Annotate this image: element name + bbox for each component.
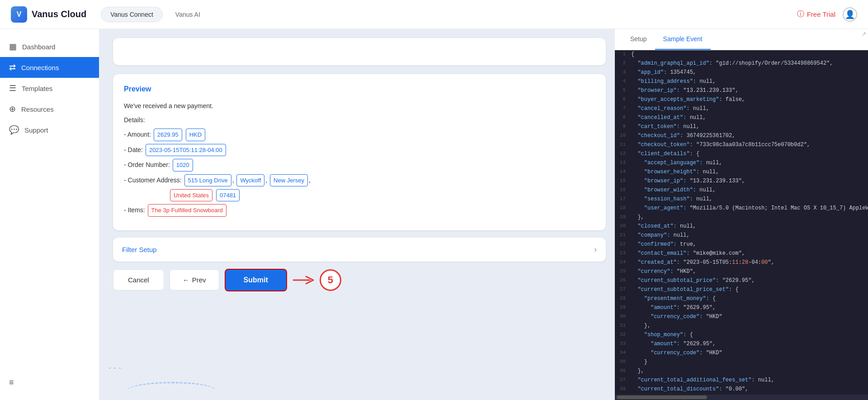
free-trial-button[interactable]: ⓘ Free Trial bbox=[797, 10, 835, 19]
line-content: "admin_graphql_api_id": "gid://shopify/O… bbox=[631, 59, 833, 68]
preview-title: Preview bbox=[124, 85, 595, 93]
line-number: 1 bbox=[615, 50, 631, 59]
preview-line-items: - Items: The 3p Fulfilled Snowboard bbox=[124, 204, 595, 216]
code-line: 11 "checkout_token": "733c98c3aa03a7c8b1… bbox=[615, 141, 868, 150]
preview-line-amount: - Amount: 2629.95 HKD bbox=[124, 129, 595, 141]
code-body[interactable]: 1{2 "admin_graphql_api_id": "gid://shopi… bbox=[615, 50, 868, 395]
line-number: 30 bbox=[615, 313, 631, 322]
vanus-ai-button[interactable]: Vanus AI bbox=[166, 7, 209, 22]
code-line: 13 "accept_language": null, bbox=[615, 159, 868, 168]
menu-icon: ≡ bbox=[9, 378, 14, 387]
preview-line-intro1: We've received a new payment. bbox=[124, 100, 595, 112]
code-line: 20 "closed_at": null, bbox=[615, 222, 868, 231]
sidebar-item-connections[interactable]: ⇄ Connections bbox=[0, 57, 99, 78]
line-content: "session_hash": null, bbox=[631, 195, 712, 204]
line-content: "currency_code": "HKD" bbox=[631, 313, 722, 322]
line-number: 39 bbox=[615, 394, 631, 395]
line-number: 33 bbox=[615, 340, 631, 349]
items-label: - Items: bbox=[124, 206, 145, 214]
line-content: "browser_ip": "13.231.239.133", bbox=[631, 86, 739, 95]
line-content: "created_at": "2023-05-15T05:11:28-04:00… bbox=[631, 258, 774, 267]
submit-button[interactable]: Submit bbox=[225, 269, 287, 291]
line-number: 24 bbox=[615, 258, 631, 267]
line-content: "currency": "HKD", bbox=[631, 267, 696, 276]
order-token: 1020 bbox=[173, 159, 193, 171]
amount-label: - Amount: bbox=[124, 131, 151, 138]
line-content: { bbox=[631, 50, 634, 59]
line-number: 6 bbox=[615, 95, 631, 105]
right-panel: Setup Sample Event 1{2 "admin_graphql_ap… bbox=[615, 29, 868, 400]
main-content: ↗ Preview We've received a new payment. … bbox=[99, 29, 868, 400]
amount-token: 2629.95 bbox=[154, 129, 182, 141]
code-line: 38 "current_total_discounts": "0.00", bbox=[615, 385, 868, 394]
line-content: "cancelled_at": null, bbox=[631, 114, 706, 123]
items-token: The 3p Fulfilled Snowboard bbox=[148, 204, 226, 216]
prev-button[interactable]: ← Prev bbox=[170, 269, 219, 290]
preview-line-address: - Customer Address: 515 Long Drive, Wyck… bbox=[124, 174, 595, 186]
preview-line-order: - Order Number: 1020 bbox=[124, 159, 595, 171]
line-number: 21 bbox=[615, 231, 631, 240]
code-line: 6 "buyer_accepts_marketing": false, bbox=[615, 95, 868, 105]
decorative-dashes: - - - bbox=[108, 363, 121, 373]
address-token-3: New Jersey bbox=[270, 174, 308, 186]
code-line: 12 "client_details": { bbox=[615, 150, 868, 159]
tab-setup[interactable]: Setup bbox=[622, 29, 655, 50]
step-badge: 5 bbox=[320, 269, 341, 291]
user-avatar[interactable]: 👤 bbox=[843, 7, 857, 22]
line-number: 15 bbox=[615, 177, 631, 186]
line-number: 11 bbox=[615, 141, 631, 150]
code-line: 32 "shop_money": { bbox=[615, 331, 868, 340]
line-number: 25 bbox=[615, 267, 631, 276]
preview-line-address2: United States 07481 bbox=[124, 189, 595, 201]
vanus-connect-button[interactable]: Vanus Connect bbox=[101, 7, 163, 22]
line-number: 4 bbox=[615, 77, 631, 86]
line-number: 31 bbox=[615, 322, 631, 331]
code-line: 24 "created_at": "2023-05-15T05:11:28-04… bbox=[615, 258, 868, 267]
brand-logo[interactable]: V Vanus Cloud bbox=[11, 6, 86, 23]
code-line: 3 "app_id": 1354745, bbox=[615, 68, 868, 77]
line-content: }, bbox=[631, 367, 644, 376]
code-line: 26 "current_subtotal_price": "2629.95", bbox=[615, 276, 868, 286]
line-content: "current_total_additional_fees_set": nul… bbox=[631, 376, 774, 385]
filter-setup-card[interactable]: Filter Setup › bbox=[113, 238, 606, 262]
line-content: "presentment_money": { bbox=[631, 295, 716, 304]
sidebar-item-resources[interactable]: ⊕ Resources bbox=[0, 99, 99, 119]
code-line: 29 "amount": "2629.95", bbox=[615, 304, 868, 313]
line-content: "client_details": { bbox=[631, 150, 699, 159]
sidebar-item-label: Resources bbox=[21, 105, 54, 113]
sidebar-item-templates[interactable]: ☰ Templates bbox=[0, 78, 99, 99]
line-content: "checkout_id": 36749225361702, bbox=[631, 132, 735, 141]
sidebar-item-label: Connections bbox=[21, 64, 59, 71]
cancel-button[interactable]: Cancel bbox=[113, 269, 164, 290]
line-number: 17 bbox=[615, 195, 631, 204]
line-number: 19 bbox=[615, 213, 631, 222]
horizontal-scrollbar[interactable] bbox=[615, 395, 868, 400]
line-content: "current_subtotal_price": "2629.95", bbox=[631, 276, 755, 286]
decorative-curve bbox=[127, 382, 217, 400]
line-number: 9 bbox=[615, 123, 631, 132]
code-line: 18 "user_agent": "Mozilla/5.0 (Macintosh… bbox=[615, 204, 868, 213]
line-content: "closed_at": null, bbox=[631, 222, 696, 231]
code-line: 4 "billing_address": null, bbox=[615, 77, 868, 86]
code-line: 23 "contact_email": "mike@mike.com", bbox=[615, 249, 868, 258]
tab-sample-event[interactable]: Sample Event bbox=[655, 29, 711, 50]
line-number: 13 bbox=[615, 159, 631, 168]
order-label: - Order Number: bbox=[124, 161, 170, 168]
code-line: 10 "checkout_id": 36749225361702, bbox=[615, 132, 868, 141]
sidebar-item-support[interactable]: 💬 Support bbox=[0, 119, 99, 140]
bottom-bar: Cancel ← Prev Submit 5 bbox=[113, 269, 606, 295]
sidebar-item-menu[interactable]: ≡ bbox=[0, 372, 99, 393]
code-line: 9 "cart_token": null, bbox=[615, 123, 868, 132]
code-line: 34 "currency_code": "HKD" bbox=[615, 349, 868, 358]
code-line: 14 "browser_height": null, bbox=[615, 168, 868, 177]
address-token-2: Wyckoff bbox=[236, 174, 264, 186]
preview-body: We've received a new payment. Details: -… bbox=[124, 100, 595, 217]
code-line: 39 "current_total_discounts_set": { bbox=[615, 394, 868, 395]
info-icon: ⓘ bbox=[797, 10, 804, 19]
preview-card: Preview We've received a new payment. De… bbox=[113, 74, 606, 230]
sidebar-item-dashboard[interactable]: ▦ Dashboard bbox=[0, 36, 99, 57]
line-number: 29 bbox=[615, 304, 631, 313]
sidebar-item-label: Dashboard bbox=[22, 43, 55, 51]
line-number: 26 bbox=[615, 276, 631, 286]
line-content: "cart_token": null, bbox=[631, 123, 699, 132]
